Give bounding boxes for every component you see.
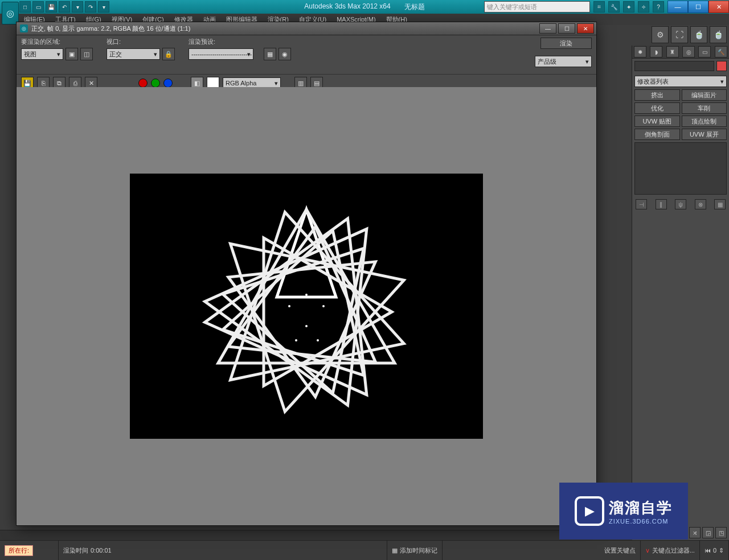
render-time-value: 0:00:01: [91, 547, 112, 554]
rw-maximize-button[interactable]: ☐: [558, 23, 575, 34]
status-bar: 所在行: 渲染时间 0:00:01 ▦ 添加时间标记 设置关键点 ∨ 关键点过滤…: [0, 540, 729, 560]
area-auto-icon[interactable]: ◫: [80, 48, 93, 60]
show-end-icon[interactable]: ‖: [656, 199, 667, 209]
mod-optimize-button[interactable]: 优化: [634, 102, 680, 114]
tool4-icon[interactable]: ✧: [638, 1, 649, 13]
add-marker-label[interactable]: 添加时间标记: [400, 546, 437, 555]
mod-uvwmap-button[interactable]: UVW 贴图: [634, 116, 680, 127]
redo-drop-icon[interactable]: ▾: [98, 1, 109, 13]
watermark: ▶ 溜溜自学 ZIXUE.3D66.COM: [559, 483, 688, 540]
teapot-icon[interactable]: 🍵: [690, 26, 707, 43]
frame-value[interactable]: 0: [713, 547, 716, 554]
unique-icon[interactable]: ψ: [675, 199, 686, 209]
red-channel-toggle[interactable]: [138, 79, 148, 88]
nav3-icon[interactable]: ◲: [702, 527, 714, 538]
save-icon[interactable]: 💾: [46, 1, 57, 13]
mod-editpatch-button[interactable]: 编辑面片: [682, 89, 727, 101]
time-slider[interactable]: [0, 530, 632, 541]
motion-tab-icon[interactable]: ◎: [682, 46, 695, 57]
render-toolbar: 要渲染的区域: 视图 ▣ ◫ 视口: 正交 🔒 渲染预设: ----------…: [17, 35, 596, 75]
app-title: Autodesk 3ds Max 2012 x64: [304, 2, 390, 12]
area-edit-icon[interactable]: ▣: [65, 48, 78, 60]
area-dropdown[interactable]: 视图: [21, 48, 63, 60]
play-start-icon[interactable]: ⏮: [705, 547, 711, 554]
undo-icon[interactable]: ↶: [59, 1, 70, 13]
modify-tab-icon[interactable]: ◗: [650, 46, 662, 57]
render-frame-window: ◎ 正交, 帧 0, 显示 gamma: 2.2, RGBA 颜色 16 位/通…: [16, 22, 597, 526]
render-window-title: 正交, 帧 0, 显示 gamma: 2.2, RGBA 颜色 16 位/通道 …: [31, 24, 190, 33]
render-time-label: 渲染时间: [63, 546, 88, 555]
command-panel-tabs: ✹ ◗ ♜ ◎ ▭ 🔨: [632, 46, 729, 59]
search-input[interactable]: 键入关键字或短语: [484, 1, 590, 13]
display-tab-icon[interactable]: ▭: [698, 46, 711, 57]
title-bar: □ ▭ 💾 ↶ ▾ ↷ ▾ Autodesk 3ds Max 2012 x64 …: [0, 0, 729, 14]
green-channel-toggle[interactable]: [151, 79, 160, 88]
preset-label: 渲染预设:: [189, 38, 291, 46]
preset-dropdown[interactable]: -----------------------------: [189, 48, 253, 60]
modifier-stack[interactable]: [634, 142, 727, 195]
mod-lathe-button[interactable]: 车削: [682, 102, 727, 114]
command-panel: ✹ ◗ ♜ ◎ ▭ 🔨 修改器列表 挤出 编辑面片 优化 车削 UVW 贴图 顶…: [632, 46, 729, 541]
object-name-input[interactable]: [634, 61, 714, 71]
watermark-title: 溜溜自学: [609, 498, 673, 518]
spinner-icon[interactable]: ⇕: [719, 547, 724, 554]
marker-icon[interactable]: ▦: [392, 547, 398, 554]
rendered-image: [130, 174, 483, 439]
viewport-lock-icon[interactable]: 🔒: [162, 48, 175, 60]
open-icon[interactable]: ▭: [32, 1, 44, 13]
rw-minimize-button[interactable]: —: [539, 23, 556, 34]
production-dropdown[interactable]: 产品级: [535, 56, 592, 67]
hierarchy-tab-icon[interactable]: ♜: [666, 46, 679, 57]
rw-close-button[interactable]: ✕: [577, 23, 594, 34]
tool3-icon[interactable]: ✦: [623, 1, 634, 13]
nav2-icon[interactable]: ⤨: [689, 527, 701, 538]
tool1-icon[interactable]: ⌗: [593, 1, 605, 13]
play-icon: ▶: [575, 496, 604, 526]
modifier-buttons: 挤出 编辑面片 优化 车削 UVW 贴图 顶点绘制 倒角剖面 UVW 展开: [632, 89, 729, 140]
mod-extrude-button[interactable]: 挤出: [634, 89, 680, 101]
environment-icon[interactable]: ◉: [279, 48, 291, 60]
render-setup-icon2[interactable]: ▦: [264, 48, 276, 60]
render-button[interactable]: 渲染: [540, 38, 592, 49]
remove-mod-icon[interactable]: ⊗: [695, 199, 706, 209]
utilities-tab-icon[interactable]: 🔨: [715, 46, 727, 57]
create-tab-icon[interactable]: ✹: [634, 46, 646, 57]
minimize-button[interactable]: —: [667, 1, 688, 13]
title-text: Autodesk 3ds Max 2012 x64 无标题: [304, 2, 424, 12]
svg-point-11: [288, 305, 290, 307]
teapot2-icon[interactable]: 🍵: [710, 26, 727, 43]
render-setup-icon[interactable]: ⚙: [652, 26, 669, 43]
render-window-titlebar[interactable]: ◎ 正交, 帧 0, 显示 gamma: 2.2, RGBA 颜色 16 位/通…: [17, 22, 596, 35]
mod-vertexpaint-button[interactable]: 顶点绘制: [682, 116, 727, 127]
nav4-icon[interactable]: ◳: [715, 527, 727, 538]
set-key-button[interactable]: 设置关键点: [604, 546, 636, 555]
selected-label: 所在行:: [5, 545, 33, 556]
redo-icon[interactable]: ↷: [85, 1, 96, 13]
viewport-dropdown[interactable]: 正交: [107, 48, 160, 60]
render-frame-icon[interactable]: ⛶: [671, 26, 688, 43]
key-filter-button[interactable]: 关键点过滤器...: [652, 546, 695, 555]
tool2-icon[interactable]: 🔧: [608, 1, 620, 13]
maximize-button[interactable]: ☐: [688, 1, 708, 13]
render-viewport[interactable]: [17, 87, 596, 525]
watermark-url: ZIXUE.3D66.COM: [609, 518, 668, 525]
mod-bevelprofile-button[interactable]: 倒角剖面: [634, 129, 680, 140]
blue-channel-toggle[interactable]: [163, 79, 173, 88]
app-menu-button[interactable]: ◎: [2, 2, 19, 24]
configure-icon[interactable]: ▦: [714, 199, 726, 209]
pin-stack-icon[interactable]: ⊣: [636, 199, 647, 209]
svg-point-12: [322, 305, 325, 307]
doc-title: 无标题: [404, 2, 425, 12]
help-icon[interactable]: ?: [653, 1, 664, 13]
main-toolbar-right: ⚙ ⛶ 🍵 🍵: [652, 26, 727, 43]
mod-unwrap-button[interactable]: UVW 展开: [682, 129, 727, 140]
close-button[interactable]: ✕: [708, 1, 729, 13]
svg-point-14: [295, 339, 297, 341]
undo-drop-icon[interactable]: ▾: [72, 1, 83, 13]
svg-point-16: [305, 294, 308, 296]
object-color-swatch[interactable]: [716, 61, 727, 71]
new-icon[interactable]: □: [19, 1, 31, 13]
render-window-icon: ◎: [20, 24, 28, 32]
modifier-list-dropdown[interactable]: 修改器列表: [634, 76, 727, 87]
key-mode-icon[interactable]: ∨: [645, 547, 650, 554]
